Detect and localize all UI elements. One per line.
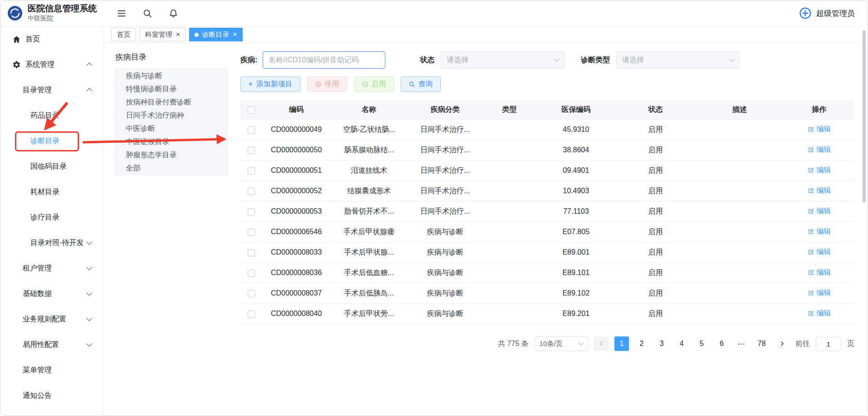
cell-insurance-code: 45.9310 bbox=[536, 125, 616, 134]
sidebar-item-base-data[interactable]: 基础数据 bbox=[0, 281, 103, 306]
app-subtitle: 中联医院 bbox=[28, 15, 97, 23]
sidebar-item-label: 诊断目录 bbox=[30, 136, 60, 146]
page-number-button[interactable]: 6 bbox=[714, 336, 729, 351]
row-checkbox[interactable] bbox=[248, 188, 255, 195]
cell-status: 启用 bbox=[616, 309, 695, 319]
edit-button[interactable]: 编辑 bbox=[808, 165, 831, 175]
sidebar-item-home[interactable]: 首页 bbox=[0, 26, 103, 52]
sidebar-item-tenant-mgmt[interactable]: 租户管理 bbox=[0, 256, 103, 281]
catalog-item[interactable]: 肿瘤形态学目录 bbox=[115, 148, 228, 161]
row-checkbox[interactable] bbox=[248, 167, 255, 175]
sidebar-item-business-rules[interactable]: 业务规则配置 bbox=[0, 306, 103, 332]
sidebar-item-label: 通知公告 bbox=[23, 391, 52, 401]
sidebar-item-treatment-catalog[interactable]: 诊疗目录 bbox=[0, 205, 103, 230]
row-checkbox[interactable] bbox=[248, 249, 255, 256]
goto-page-input[interactable] bbox=[816, 337, 841, 351]
catalog-item[interactable]: 日间手术治疗病种 bbox=[115, 109, 228, 122]
tab-label: 科室管理 bbox=[145, 30, 172, 39]
sidebar-item-drug-catalog[interactable]: 药品目录 bbox=[0, 103, 103, 128]
page-number-button[interactable]: 2 bbox=[634, 336, 649, 351]
page-number-button[interactable]: 78 bbox=[754, 336, 769, 351]
catalog-item[interactable]: 按病种目录付费诊断 bbox=[115, 95, 228, 109]
row-checkbox[interactable] bbox=[248, 270, 255, 277]
edit-button[interactable]: 编辑 bbox=[808, 268, 831, 277]
notification-bell-icon[interactable] bbox=[169, 9, 178, 18]
admin-user[interactable]: 超级管理员 bbox=[799, 7, 855, 20]
tab-diagnosis-catalog[interactable]: 诊断目录 × bbox=[189, 28, 242, 41]
catalog-item[interactable]: 中医证候目录 bbox=[115, 135, 228, 148]
tab-home[interactable]: 首页 bbox=[111, 28, 136, 41]
search-icon[interactable] bbox=[143, 9, 152, 18]
select-all-checkbox[interactable] bbox=[248, 106, 255, 114]
query-button[interactable]: 查询 bbox=[401, 76, 441, 92]
edit-button[interactable]: 编辑 bbox=[808, 227, 831, 236]
sidebar-item-system-mgmt[interactable]: 系统管理 bbox=[0, 52, 103, 77]
edit-label: 编辑 bbox=[817, 268, 831, 277]
admin-name: 超级管理员 bbox=[816, 8, 855, 19]
close-icon[interactable]: × bbox=[233, 31, 237, 38]
enable-button[interactable]: 启用 bbox=[354, 76, 394, 92]
cell-category: 日间手术治疗... bbox=[408, 125, 483, 135]
page-number-button[interactable]: 5 bbox=[694, 336, 709, 351]
cell-insurance-code: 10.4903 bbox=[536, 187, 616, 195]
collapse-menu-icon[interactable] bbox=[117, 9, 126, 18]
chevron-down-icon bbox=[86, 316, 92, 321]
cell-name: 泪道挂线术 bbox=[330, 166, 408, 175]
disable-label: 停用 bbox=[325, 80, 339, 89]
sidebar-item-notice[interactable]: 通知公告 bbox=[0, 383, 103, 408]
chevron-down-icon bbox=[86, 239, 92, 245]
row-checkbox[interactable] bbox=[248, 208, 255, 216]
cell-status: 启用 bbox=[616, 248, 695, 257]
sidebar-item-national-code-catalog[interactable]: 国临码目录 bbox=[0, 154, 103, 179]
page-size-select[interactable]: 10条/页 bbox=[534, 336, 588, 351]
cell-code: CD0000006546 bbox=[262, 228, 330, 236]
edit-button[interactable]: 编辑 bbox=[808, 186, 831, 195]
edit-button[interactable]: 编辑 bbox=[808, 247, 831, 257]
column-header-category: 疾病分类 bbox=[408, 105, 483, 115]
page-number-button[interactable]: 4 bbox=[674, 336, 689, 351]
page-number-button[interactable]: 1 bbox=[614, 336, 629, 351]
search-icon bbox=[409, 81, 415, 88]
content-area: 疾病目录 疾病与诊断 特慢病诊断目录 按病种目录付费诊断 日间手术治疗病种 中医… bbox=[104, 43, 868, 416]
edit-icon bbox=[808, 126, 814, 133]
sidebar-item-catalog-mapping[interactable]: 目录对照-待开发 bbox=[0, 230, 103, 256]
tab-department-mgmt[interactable]: 科室管理 × bbox=[140, 28, 185, 41]
edit-button[interactable]: 编辑 bbox=[808, 309, 831, 318]
scrollbar-thumb[interactable] bbox=[863, 30, 866, 202]
sidebar-item-consumables-catalog[interactable]: 耗材目录 bbox=[0, 179, 103, 205]
sidebar-item-menu-mgmt[interactable]: 菜单管理 bbox=[0, 357, 103, 383]
edit-button[interactable]: 编辑 bbox=[808, 206, 831, 216]
disease-search-input[interactable] bbox=[263, 51, 385, 69]
edit-icon bbox=[808, 249, 814, 256]
catalog-item[interactable]: 特慢病诊断目录 bbox=[115, 82, 228, 95]
status-select[interactable]: 请选择 bbox=[441, 51, 564, 69]
page-number-button[interactable]: 3 bbox=[654, 336, 669, 351]
cell-category: 日间手术治疗... bbox=[408, 145, 483, 155]
sidebar-item-diagnosis-catalog[interactable]: 诊断目录 bbox=[0, 128, 103, 154]
row-checkbox[interactable] bbox=[248, 126, 255, 134]
edit-button[interactable]: 编辑 bbox=[808, 125, 831, 134]
cell-insurance-code: E89.101 bbox=[536, 269, 616, 277]
add-item-button[interactable]: + 添加新项目 bbox=[240, 76, 300, 92]
sidebar-item-label: 菜单管理 bbox=[23, 366, 52, 375]
row-checkbox[interactable] bbox=[248, 147, 255, 154]
edit-button[interactable]: 编辑 bbox=[808, 288, 831, 298]
row-checkbox[interactable] bbox=[248, 311, 255, 318]
catalog-item[interactable]: 中医诊断 bbox=[115, 122, 228, 135]
diagnosis-type-select[interactable]: 请选择 bbox=[616, 51, 740, 69]
edit-button[interactable]: 编辑 bbox=[808, 145, 831, 155]
row-checkbox[interactable] bbox=[248, 229, 255, 236]
catalog-item[interactable]: 疾病与诊断 bbox=[115, 69, 228, 82]
next-page-button[interactable] bbox=[775, 336, 789, 351]
disable-button[interactable]: 停用 bbox=[307, 76, 347, 92]
sidebar-item-usability-config[interactable]: 易用性配置 bbox=[0, 332, 103, 357]
close-icon[interactable]: × bbox=[176, 31, 180, 38]
sidebar: 首页 系统管理 目录管理 药品目录 诊断目录 国临码目录 耗材目录 bbox=[0, 26, 104, 416]
edit-label: 编辑 bbox=[817, 309, 831, 318]
catalog-item[interactable]: 全部 bbox=[115, 161, 228, 175]
sidebar-item-catalog-mgmt[interactable]: 目录管理 bbox=[0, 77, 103, 103]
row-checkbox[interactable] bbox=[248, 290, 255, 297]
page-number-button[interactable]: ··· bbox=[734, 336, 749, 351]
edit-icon bbox=[808, 167, 814, 174]
prev-page-button[interactable] bbox=[594, 336, 609, 351]
